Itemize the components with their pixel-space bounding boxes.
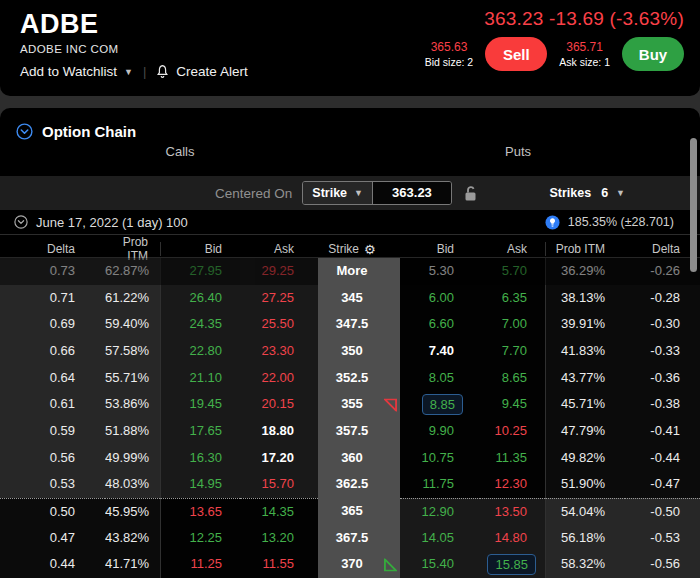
calls-puts-labels: Calls Puts [0, 140, 700, 162]
puts-ask-cell[interactable]: 9.45 [480, 391, 545, 418]
calls-bid-cell[interactable]: 16.30 [160, 445, 240, 472]
calls-ask-cell[interactable]: 20.15 [240, 391, 318, 418]
strikes-count-dropdown[interactable]: Strikes 6 ▼ [549, 186, 625, 200]
calls-ask-cell[interactable]: 18.80 [240, 418, 318, 445]
buy-button[interactable]: Buy [622, 37, 684, 71]
expiration-label: June 17, 2022 (1 day) 100 [36, 215, 188, 230]
calls-bid-cell[interactable]: 12.25 [160, 525, 240, 552]
strike-cell[interactable]: 350 [318, 338, 400, 365]
add-to-watchlist-button[interactable]: Add to Watchlist ▼ [20, 64, 133, 79]
puts-ask-cell[interactable]: 15.85 [480, 551, 545, 578]
calls-bid-cell[interactable]: 14.95 [160, 471, 240, 498]
calls-bid-cell[interactable]: 27.95 [160, 258, 240, 285]
puts-bid-cell[interactable]: 11.75 [400, 471, 480, 498]
puts-bid-cell[interactable]: 8.05 [400, 365, 480, 392]
strike-cell[interactable]: 367.5 [318, 525, 400, 552]
center-mode-dropdown[interactable]: Strike ▼ [303, 182, 373, 204]
calls-bid-cell[interactable]: 24.35 [160, 311, 240, 338]
option-chain-header[interactable]: Option Chain [0, 108, 700, 140]
strike-cell[interactable]: 347.5 [318, 311, 400, 338]
calls-prob-itm-cell: 49.99% [105, 445, 160, 472]
bid-price: 365.63 [425, 40, 473, 54]
puts-bid-cell[interactable]: 9.90 [400, 418, 480, 445]
chain-row: 0.6959.40%24.3525.50347.56.607.0039.91%-… [0, 311, 700, 338]
iv-insight-icon[interactable] [545, 215, 560, 230]
puts-ask-cell[interactable]: 10.25 [480, 418, 545, 445]
puts-ask-cell[interactable]: 14.80 [480, 525, 545, 552]
puts-delta-cell: -0.53 [625, 525, 700, 552]
puts-prob-itm-cell: 38.13% [545, 285, 625, 312]
strike-cell[interactable]: 365 [318, 498, 400, 525]
ask-price: 365.71 [559, 40, 610, 54]
calls-prob-itm-cell: 62.87% [105, 258, 160, 285]
strike-cell[interactable]: More [318, 258, 400, 285]
calls-bid-cell[interactable]: 11.25 [160, 551, 240, 578]
scrollbar-thumb[interactable] [690, 138, 697, 272]
puts-bid-cell[interactable]: 6.60 [400, 311, 480, 338]
strike-cell[interactable]: 345 [318, 285, 400, 312]
puts-ask-cell[interactable]: 12.30 [480, 471, 545, 498]
puts-ask-cell[interactable]: 7.70 [480, 338, 545, 365]
collapse-chevron-icon[interactable] [16, 123, 33, 140]
puts-ask-cell[interactable]: 7.00 [480, 311, 545, 338]
chain-row: 0.5951.88%17.6518.80357.59.9010.2547.79%… [0, 418, 700, 445]
chain-row: 0.4441.71%11.2511.5537015.4015.8558.32%-… [0, 551, 700, 578]
calls-prob-itm-cell: 48.03% [105, 471, 160, 498]
ask-size: Ask size: 1 [559, 56, 610, 68]
calls-bid-cell[interactable]: 19.45 [160, 391, 240, 418]
gear-icon[interactable]: ⚙ [364, 242, 376, 257]
calls-delta-header: Delta [0, 242, 105, 256]
calls-bid-cell[interactable]: 22.80 [160, 338, 240, 365]
calls-bid-cell[interactable]: 13.65 [160, 498, 240, 525]
calls-bid-cell[interactable]: 26.40 [160, 285, 240, 312]
calls-ask-header: Ask [240, 242, 318, 256]
calls-ask-cell[interactable]: 23.30 [240, 338, 318, 365]
create-alert-button[interactable]: Create Alert [156, 64, 247, 79]
puts-bid-cell[interactable]: 8.85 [400, 391, 480, 418]
strike-cell[interactable]: 355 [318, 391, 400, 418]
puts-ask-cell[interactable]: 11.35 [480, 445, 545, 472]
calls-bid-cell[interactable]: 17.65 [160, 418, 240, 445]
calls-ask-cell[interactable]: 17.20 [240, 445, 318, 472]
create-alert-label: Create Alert [176, 64, 247, 79]
calls-ask-cell[interactable]: 14.35 [240, 498, 318, 525]
expiration-row[interactable]: June 17, 2022 (1 day) 100 185.35% (±28.7… [0, 210, 700, 235]
puts-bid-cell[interactable]: 14.05 [400, 525, 480, 552]
puts-prob-itm-cell: 45.71% [545, 391, 625, 418]
highlighted-quote-box[interactable]: 8.85 [422, 394, 463, 415]
puts-bid-cell[interactable]: 6.00 [400, 285, 480, 312]
puts-ask-cell[interactable]: 13.50 [480, 498, 545, 525]
center-value-input[interactable]: 363.23 [373, 182, 451, 204]
strike-cell[interactable]: 352.5 [318, 365, 400, 392]
unlock-icon[interactable] [463, 185, 479, 202]
calls-ask-cell[interactable]: 22.00 [240, 365, 318, 392]
calls-ask-cell[interactable]: 11.55 [240, 551, 318, 578]
expiry-collapse-icon[interactable] [14, 215, 28, 229]
calls-ask-cell[interactable]: 27.25 [240, 285, 318, 312]
puts-bid-cell[interactable]: 5.30 [400, 258, 480, 285]
price-change-percent: (-3.63%) [610, 8, 684, 29]
strikes-count: 6 [601, 186, 608, 200]
calls-ask-cell[interactable]: 25.50 [240, 311, 318, 338]
add-to-watchlist-label: Add to Watchlist [20, 64, 117, 79]
highlighted-quote-box[interactable]: 15.85 [487, 554, 536, 575]
puts-ask-cell[interactable]: 5.70 [480, 258, 545, 285]
puts-ask-cell[interactable]: 6.35 [480, 285, 545, 312]
calls-ask-cell[interactable]: 29.25 [240, 258, 318, 285]
puts-ask-cell[interactable]: 8.65 [480, 365, 545, 392]
puts-bid-cell[interactable]: 7.40 [400, 338, 480, 365]
sell-button[interactable]: Sell [485, 37, 547, 71]
calls-bid-cell[interactable]: 21.10 [160, 365, 240, 392]
calls-delta-cell: 0.44 [0, 551, 105, 578]
strike-cell[interactable]: 362.5 [318, 471, 400, 498]
calls-delta-cell: 0.47 [0, 525, 105, 552]
puts-bid-cell[interactable]: 12.90 [400, 498, 480, 525]
puts-bid-cell[interactable]: 10.75 [400, 445, 480, 472]
puts-bid-header: Bid [400, 242, 480, 256]
strike-cell[interactable]: 360 [318, 445, 400, 472]
calls-ask-cell[interactable]: 15.70 [240, 471, 318, 498]
calls-ask-cell[interactable]: 13.20 [240, 525, 318, 552]
strike-cell[interactable]: 370 [318, 551, 400, 578]
puts-bid-cell[interactable]: 15.40 [400, 551, 480, 578]
strike-cell[interactable]: 357.5 [318, 418, 400, 445]
